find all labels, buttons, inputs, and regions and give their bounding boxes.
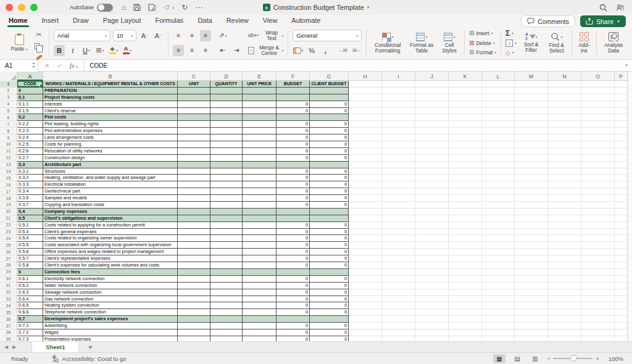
comma-style-button[interactable]: , bbox=[320, 45, 331, 56]
cell[interactable] bbox=[415, 175, 449, 181]
cell[interactable]: 0 bbox=[276, 108, 310, 115]
font-name-select[interactable]: Arial▾ bbox=[54, 30, 110, 41]
cell[interactable]: Costs for planning bbox=[43, 141, 178, 148]
cell[interactable] bbox=[210, 88, 243, 94]
cell[interactable] bbox=[210, 155, 243, 162]
cell[interactable] bbox=[515, 134, 548, 141]
tab-automate[interactable]: Automate bbox=[291, 17, 320, 25]
cell[interactable] bbox=[210, 215, 243, 222]
cell[interactable] bbox=[515, 101, 548, 108]
cell[interactable] bbox=[615, 141, 628, 148]
cell[interactable]: 0 bbox=[310, 229, 349, 236]
cell[interactable] bbox=[178, 249, 210, 255]
cell[interactable] bbox=[415, 114, 449, 121]
cell[interactable] bbox=[382, 255, 415, 262]
cell[interactable] bbox=[548, 316, 581, 323]
underline-button[interactable]: U▾ bbox=[81, 45, 92, 56]
decrease-decimal-button[interactable]: .00→ bbox=[351, 45, 362, 56]
autosave-toggle[interactable] bbox=[97, 4, 113, 12]
column-header-D[interactable]: D bbox=[210, 72, 243, 81]
people-icon[interactable] bbox=[616, 4, 625, 12]
cell[interactable] bbox=[210, 175, 243, 181]
cell[interactable] bbox=[349, 108, 382, 115]
cell[interactable] bbox=[449, 88, 482, 94]
cell[interactable] bbox=[349, 188, 382, 195]
cell[interactable] bbox=[178, 188, 210, 195]
cell[interactable] bbox=[581, 162, 615, 168]
cell[interactable] bbox=[548, 323, 581, 329]
cell[interactable] bbox=[615, 255, 628, 262]
cell[interactable] bbox=[178, 255, 210, 262]
cell[interactable]: 0.2.5 bbox=[17, 141, 43, 148]
cell[interactable] bbox=[615, 276, 628, 283]
cell[interactable]: 0 bbox=[310, 195, 349, 202]
cell[interactable]: Sewage network connection bbox=[43, 289, 178, 296]
cell[interactable] bbox=[415, 262, 449, 269]
cell[interactable] bbox=[581, 181, 615, 188]
cell[interactable] bbox=[243, 128, 276, 134]
cell[interactable] bbox=[178, 323, 210, 329]
cell[interactable] bbox=[382, 88, 415, 94]
cell[interactable] bbox=[515, 121, 548, 128]
cell[interactable] bbox=[210, 101, 243, 108]
cell[interactable] bbox=[349, 249, 382, 255]
cell[interactable] bbox=[548, 202, 581, 209]
cell[interactable] bbox=[276, 269, 310, 276]
cell[interactable] bbox=[449, 289, 482, 296]
cell[interactable] bbox=[382, 94, 415, 101]
cell[interactable] bbox=[515, 155, 548, 162]
cell[interactable]: 0 bbox=[310, 148, 349, 155]
save-icon[interactable] bbox=[133, 4, 141, 11]
cell[interactable] bbox=[243, 215, 276, 222]
cell[interactable]: 0 bbox=[310, 235, 349, 242]
cell[interactable] bbox=[310, 215, 349, 222]
cell[interactable]: Costs associated with organizing local g… bbox=[43, 242, 178, 249]
cell[interactable] bbox=[310, 162, 349, 168]
cell[interactable] bbox=[615, 249, 628, 255]
cell[interactable]: 0 bbox=[310, 175, 349, 181]
cell[interactable] bbox=[482, 302, 515, 309]
increase-indent-button[interactable]: ⇥ bbox=[231, 45, 242, 56]
cell[interactable]: 0.7.2 bbox=[17, 329, 43, 336]
cell[interactable] bbox=[210, 121, 243, 128]
cell[interactable]: 0 bbox=[276, 262, 310, 269]
cell[interactable] bbox=[349, 215, 382, 222]
cell[interactable]: 0 bbox=[276, 229, 310, 236]
row-header-9[interactable]: 9 bbox=[0, 134, 17, 141]
cell[interactable] bbox=[349, 88, 382, 94]
cell[interactable] bbox=[615, 229, 628, 236]
cell[interactable] bbox=[548, 88, 581, 94]
clear-button[interactable]: ◇▾ bbox=[505, 49, 517, 57]
cell[interactable] bbox=[349, 336, 382, 341]
cell[interactable]: 0 bbox=[310, 134, 349, 141]
share-button[interactable]: Share ▼ bbox=[580, 15, 626, 27]
cell[interactable]: 0 bbox=[310, 242, 349, 249]
page-layout-view-button[interactable]: ▤ bbox=[511, 354, 523, 363]
column-header-G[interactable]: G bbox=[310, 72, 349, 81]
cell[interactable]: 0 bbox=[276, 222, 310, 229]
cell[interactable] bbox=[449, 276, 482, 283]
save-as-icon[interactable] bbox=[148, 4, 156, 11]
cell[interactable] bbox=[276, 88, 310, 94]
tab-insert[interactable]: Insert bbox=[42, 17, 59, 25]
cell[interactable]: 0.2.6 bbox=[17, 148, 43, 155]
cell[interactable] bbox=[382, 168, 415, 175]
cell[interactable] bbox=[449, 262, 482, 269]
cell[interactable] bbox=[415, 148, 449, 155]
cell[interactable] bbox=[178, 168, 210, 175]
cell[interactable]: Client's reserve bbox=[43, 108, 178, 115]
cell[interactable]: Copying and translation costs bbox=[43, 202, 178, 209]
cell[interactable] bbox=[349, 128, 382, 134]
cell[interactable] bbox=[276, 162, 310, 168]
cell[interactable] bbox=[581, 121, 615, 128]
cell[interactable]: 0 bbox=[17, 88, 43, 94]
cell[interactable] bbox=[482, 148, 515, 155]
conditional-formatting-button[interactable]: ▾ Conditional Formatting bbox=[371, 33, 404, 54]
cell[interactable] bbox=[415, 316, 449, 323]
cell[interactable]: Plot leasing, building rights bbox=[43, 121, 178, 128]
cell[interactable]: Costs related to applying for a construc… bbox=[43, 222, 178, 229]
cell[interactable] bbox=[210, 249, 243, 255]
cell[interactable] bbox=[210, 128, 243, 134]
cell[interactable] bbox=[243, 329, 276, 336]
cell[interactable] bbox=[615, 155, 628, 162]
